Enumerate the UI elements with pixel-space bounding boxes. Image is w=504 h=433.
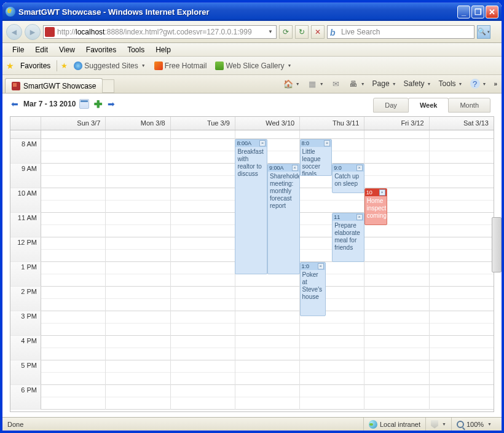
- web-slice-link[interactable]: Web Slice Gallery ▼: [213, 60, 294, 71]
- add-event-button[interactable]: ✚: [93, 99, 103, 109]
- back-button[interactable]: ◄: [6, 24, 22, 40]
- event-close-button[interactable]: ×: [259, 140, 266, 146]
- window-buttons: _ ❐ ✕: [457, 6, 498, 18]
- safety-menu[interactable]: Safety▼: [402, 78, 433, 89]
- search-go-button[interactable]: 🔍▾: [477, 25, 490, 39]
- event-close-button[interactable]: ×: [356, 214, 363, 220]
- page-menu[interactable]: Page▼: [371, 78, 398, 89]
- new-tab-button[interactable]: [102, 79, 114, 93]
- status-text: Done: [7, 421, 363, 428]
- calendar-next-button[interactable]: ➡: [106, 99, 116, 109]
- event-close-button[interactable]: ×: [324, 140, 330, 146]
- globe-icon: [369, 420, 377, 429]
- menu-bar: File Edit View Favorites Tools Help: [2, 43, 502, 57]
- event-title: Poker at Steve's house: [301, 270, 325, 302]
- menu-help[interactable]: Help: [151, 44, 176, 56]
- free-hotmail-link[interactable]: Free Hotmail: [152, 60, 210, 71]
- security-zone[interactable]: Local intranet: [363, 418, 425, 431]
- day-header-sun[interactable]: Sun 3/7: [41, 117, 106, 130]
- calendar-event[interactable]: 9:00A×Shareholder meeting: monthly forec…: [267, 164, 300, 274]
- forward-button[interactable]: ►: [25, 24, 41, 40]
- stop-button[interactable]: ✕: [311, 25, 325, 39]
- zoom-icon: [457, 421, 464, 428]
- event-close-button[interactable]: ×: [318, 263, 324, 269]
- web-slice-icon: [215, 62, 224, 70]
- separator: [57, 60, 57, 71]
- site-icon: [45, 27, 55, 37]
- day-view-tab[interactable]: Day: [373, 98, 409, 113]
- time-column-header: [10, 117, 41, 130]
- browser-tab[interactable]: SmartGWT Showcase: [5, 78, 103, 93]
- url-text: http://localhost:8888/index.html?gwt.cod…: [57, 28, 266, 36]
- read-mail-button[interactable]: ✉: [329, 77, 343, 90]
- time-label: 9 AM: [10, 164, 41, 188]
- favorites-star-icon[interactable]: ★: [6, 61, 14, 71]
- calendar-event[interactable]: 8:00A×Breakfast with realtor to discuss: [235, 139, 267, 274]
- feeds-button[interactable]: ▦▼: [305, 77, 326, 90]
- event-title: Shareholder meeting: monthly forecast re…: [268, 172, 299, 211]
- event-close-button[interactable]: ×: [292, 165, 298, 171]
- month-view-tab[interactable]: Month: [448, 98, 490, 113]
- time-label: 2 PM: [10, 287, 41, 311]
- event-close-button[interactable]: ×: [379, 189, 385, 196]
- favorites-bar: ★ Favorites ★ Suggested Sites ▼ Free Hot…: [2, 57, 502, 75]
- calendar-grid: Sun 3/7 Mon 3/8 Tue 3/9 Wed 3/10 Thu 3/1…: [10, 116, 494, 412]
- date-picker-button[interactable]: [79, 99, 89, 109]
- week-view-tab[interactable]: Week: [408, 98, 449, 113]
- overflow-button[interactable]: »: [492, 79, 499, 89]
- menu-edit[interactable]: Edit: [30, 44, 53, 56]
- time-label: 4 PM: [10, 336, 41, 360]
- zone-label: Local intranet: [380, 421, 420, 428]
- day-header-thu[interactable]: Thu 3/11: [300, 117, 364, 130]
- calendar-event[interactable]: 10×Home inspection coming: [364, 188, 387, 225]
- calendar-event[interactable]: 8:0×Little league soccer finals: [300, 139, 333, 176]
- window-title: SmartGWT Showcase - Windows Internet Exp…: [18, 7, 457, 17]
- search-box[interactable]: Live Search: [327, 25, 474, 39]
- search-placeholder: Live Search: [341, 28, 471, 36]
- close-button[interactable]: ✕: [486, 6, 498, 18]
- refresh-button[interactable]: ↻: [295, 25, 309, 39]
- calendar-event[interactable]: 9:0×Catch up on sleep: [332, 164, 364, 193]
- dropdown-icon: ▼: [141, 63, 146, 68]
- address-bar[interactable]: http://localhost:8888/index.html?gwt.cod…: [43, 25, 277, 39]
- print-button[interactable]: 🖶▼: [347, 77, 367, 90]
- menu-file[interactable]: File: [7, 44, 29, 56]
- hotmail-label: Free Hotmail: [165, 62, 207, 70]
- calendar-event[interactable]: 11×Prepare elaborate meal for friends: [332, 213, 364, 262]
- menu-favorites[interactable]: Favorites: [81, 44, 121, 56]
- day-header-tue[interactable]: Tue 3/9: [171, 117, 235, 130]
- titlebar: SmartGWT Showcase - Windows Internet Exp…: [2, 2, 502, 21]
- page-content: ⬅ Mar 7 - 13 2010 ✚ ➡ Day Week Month Sun…: [2, 93, 502, 417]
- event-title: Home inspection coming: [365, 196, 387, 221]
- maximize-button[interactable]: ❐: [471, 6, 484, 18]
- help-button[interactable]: ?▼: [468, 77, 489, 90]
- calendar-prev-button[interactable]: ⬅: [10, 99, 20, 109]
- calendar-body[interactable]: 8 AM9 AM10 AM11 AM12 PM1 PM2 PM3 PM4 PM5…: [10, 130, 494, 411]
- scrollbar-thumb[interactable]: [492, 217, 502, 272]
- protected-mode[interactable]: ▼: [425, 418, 451, 431]
- day-header-wed[interactable]: Wed 3/10: [235, 117, 300, 130]
- tools-menu[interactable]: Tools▼: [437, 78, 465, 89]
- tab-bar: SmartGWT Showcase 🏠▼ ▦▼ ✉ 🖶▼ Page▼ Safet…: [2, 75, 502, 93]
- day-header-mon[interactable]: Mon 3/8: [106, 117, 170, 130]
- home-button[interactable]: 🏠▼: [282, 77, 302, 90]
- menu-view[interactable]: View: [54, 44, 80, 56]
- address-dropdown[interactable]: ▼: [266, 29, 275, 34]
- compat-view-button[interactable]: ⟳: [279, 25, 293, 39]
- calendar-event[interactable]: 1:0×Poker at Steve's house: [300, 262, 326, 316]
- event-title: Little league soccer finals: [301, 147, 332, 176]
- dropdown-icon: ▼: [442, 422, 446, 426]
- ie-mini-icon: [74, 62, 82, 70]
- event-time: 10: [366, 189, 372, 196]
- ie-icon: [6, 7, 15, 17]
- day-header-sat[interactable]: Sat 3/13: [430, 117, 494, 130]
- time-label: 12 PM: [10, 237, 41, 262]
- favorites-label[interactable]: Favorites: [18, 62, 53, 70]
- event-close-button[interactable]: ×: [356, 165, 363, 171]
- menu-tools[interactable]: Tools: [122, 44, 149, 56]
- add-favorite-icon[interactable]: ★: [61, 62, 68, 70]
- suggested-sites-link[interactable]: Suggested Sites ▼: [71, 60, 148, 71]
- day-header-fri[interactable]: Fri 3/12: [364, 117, 429, 130]
- minimize-button[interactable]: _: [457, 6, 470, 18]
- zoom-control[interactable]: 100% ▼: [451, 418, 497, 431]
